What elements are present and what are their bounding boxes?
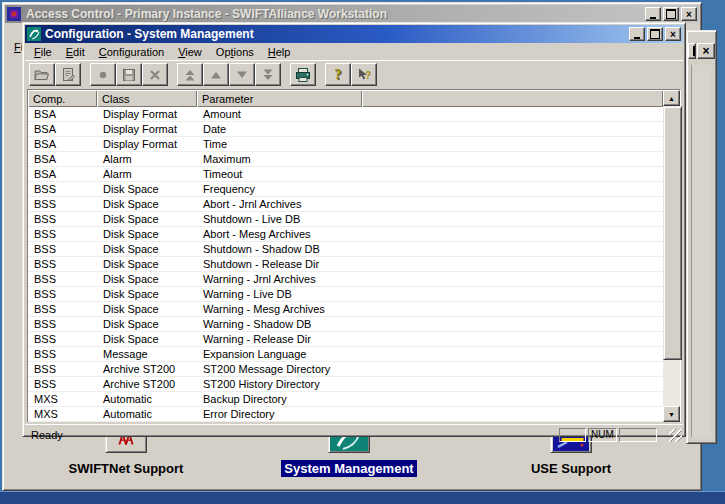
properties-icon bbox=[60, 67, 76, 83]
table-row[interactable]: BSSDisk SpaceWarning - Mesg Archives bbox=[28, 302, 663, 317]
table-row[interactable]: MXSAutomaticBackup Directory bbox=[28, 392, 663, 407]
table-header-row: Comp. Class Parameter bbox=[28, 90, 663, 107]
table-row[interactable]: BSSDisk SpaceWarning - Jrnl Archives bbox=[28, 272, 663, 287]
table-cell: Warning - Release Dir bbox=[197, 332, 362, 346]
table-cell: ST200 History Directory bbox=[197, 377, 362, 391]
table-row[interactable]: BSAAlarmMaximum bbox=[28, 152, 663, 167]
table-row[interactable]: BSADisplay FormatDate bbox=[28, 122, 663, 137]
table-row[interactable]: BSSArchive ST200ST200 Message Directory bbox=[28, 362, 663, 377]
move-up-button[interactable] bbox=[203, 63, 229, 86]
toolbar-group bbox=[29, 63, 81, 86]
table-cell-empty bbox=[362, 287, 663, 301]
configuration-titlebar[interactable]: Configuration - System Management × bbox=[25, 25, 683, 43]
table-cell: Time bbox=[197, 137, 362, 151]
delete-button[interactable] bbox=[142, 63, 168, 86]
bg-minimize-button[interactable] bbox=[645, 7, 661, 21]
side-window-body bbox=[691, 65, 711, 437]
move-bottom-button[interactable] bbox=[255, 63, 281, 86]
move-top-button[interactable] bbox=[177, 63, 203, 86]
menu-edit[interactable]: Edit bbox=[59, 45, 92, 59]
table-row[interactable]: BSSDisk SpaceFrequency bbox=[28, 182, 663, 197]
table-cell: BSS bbox=[28, 212, 97, 226]
table-cell-empty bbox=[362, 107, 663, 121]
table-row[interactable]: MXSAutomaticError Directory bbox=[28, 407, 663, 422]
column-header-comp[interactable]: Comp. bbox=[28, 90, 97, 107]
scroll-down-icon[interactable]: ▼ bbox=[663, 406, 680, 422]
bg-maximize-button[interactable] bbox=[663, 7, 679, 21]
move-down-icon bbox=[234, 67, 250, 83]
table-cell: Automatic bbox=[97, 392, 197, 406]
table-row[interactable]: BSSDisk SpaceWarning - Live DB bbox=[28, 287, 663, 302]
table-cell: Disk Space bbox=[97, 302, 197, 316]
table-row[interactable]: BSADisplay FormatTime bbox=[28, 137, 663, 152]
table-row[interactable]: BSSDisk SpaceShutdown - Live DB bbox=[28, 212, 663, 227]
table-cell-empty bbox=[362, 197, 663, 211]
menu-file[interactable]: File bbox=[27, 45, 59, 59]
table-cell: Abort - Mesg Archives bbox=[197, 227, 362, 241]
open-button[interactable] bbox=[29, 63, 55, 86]
table-cell: BSS bbox=[28, 332, 97, 346]
table-row[interactable]: BSAAlarmTimeout bbox=[28, 167, 663, 182]
table-cell-empty bbox=[362, 362, 663, 376]
vertical-scrollbar[interactable]: ▲ ▼ bbox=[663, 90, 680, 422]
side-close-button[interactable]: × bbox=[697, 43, 715, 59]
shortcut-label[interactable]: SWIFTNet Support bbox=[66, 460, 187, 477]
table-cell-empty bbox=[362, 152, 663, 166]
table-cell: BSS bbox=[28, 272, 97, 286]
table-row[interactable]: BSSArchive ST200ST200 History Directory bbox=[28, 377, 663, 392]
table-cell: Shutdown - Release Dir bbox=[197, 257, 362, 271]
scrollbar-thumb[interactable] bbox=[663, 106, 682, 360]
help-button[interactable]: ? bbox=[325, 63, 351, 86]
shortcut-label-selected[interactable]: System Management bbox=[281, 460, 416, 477]
table-cell-empty bbox=[362, 122, 663, 136]
access-control-titlebar[interactable]: Access Control - Primary Instance - SWIF… bbox=[5, 5, 699, 23]
menu-options[interactable]: Options bbox=[209, 45, 261, 59]
side-window[interactable]: × bbox=[686, 30, 717, 444]
table-cell: Frequency bbox=[197, 182, 362, 196]
table-row[interactable]: BSADisplay FormatAmount bbox=[28, 107, 663, 122]
properties-button[interactable] bbox=[55, 63, 81, 86]
table-row[interactable]: BSSDisk SpaceAbort - Mesg Archives bbox=[28, 227, 663, 242]
toolbar-group bbox=[290, 63, 316, 86]
table-cell-empty bbox=[362, 257, 663, 271]
move-down-button[interactable] bbox=[229, 63, 255, 86]
side-maximize-button-partial[interactable] bbox=[688, 43, 696, 59]
bg-close-button[interactable]: × bbox=[681, 7, 697, 21]
table-row[interactable]: BSSDisk SpaceAbort - Jrnl Archives bbox=[28, 197, 663, 212]
context-help-button[interactable]: ? bbox=[351, 63, 377, 86]
table-cell-empty bbox=[362, 392, 663, 406]
close-button[interactable]: × bbox=[665, 27, 681, 41]
table-cell: Archive ST200 bbox=[97, 377, 197, 391]
table-cell-empty bbox=[362, 227, 663, 241]
maximize-button[interactable] bbox=[647, 27, 663, 41]
save-button[interactable] bbox=[116, 63, 142, 86]
minimize-button[interactable] bbox=[629, 27, 645, 41]
column-header-class[interactable]: Class bbox=[97, 90, 197, 107]
table-cell: BSS bbox=[28, 362, 97, 376]
table-cell: Disk Space bbox=[97, 242, 197, 256]
table-row[interactable]: BSSDisk SpaceWarning - Release Dir bbox=[28, 332, 663, 347]
table-cell: BSS bbox=[28, 242, 97, 256]
table-cell: Display Format bbox=[97, 122, 197, 136]
table-cell-empty bbox=[362, 182, 663, 196]
table-row[interactable]: BSSMessageExpansion Language bbox=[28, 347, 663, 362]
shortcut-label[interactable]: USE Support bbox=[528, 460, 614, 477]
menu-view[interactable]: View bbox=[171, 45, 209, 59]
table-cell: Disk Space bbox=[97, 332, 197, 346]
column-header-empty[interactable] bbox=[362, 90, 663, 107]
column-header-parameter[interactable]: Parameter bbox=[197, 90, 362, 107]
record-button[interactable] bbox=[90, 63, 116, 86]
table-cell-empty bbox=[362, 242, 663, 256]
resize-grip[interactable] bbox=[669, 429, 682, 442]
print-icon bbox=[295, 67, 311, 83]
scroll-up-icon[interactable]: ▲ bbox=[663, 90, 680, 106]
table-row[interactable]: BSSDisk SpaceShutdown - Shadow DB bbox=[28, 242, 663, 257]
menu-configuration[interactable]: Configuration bbox=[92, 45, 171, 59]
table-row[interactable]: BSSDisk SpaceWarning - Shadow DB bbox=[28, 317, 663, 332]
menu-help[interactable]: Help bbox=[261, 45, 298, 59]
table-cell-empty bbox=[362, 347, 663, 361]
table-row[interactable]: BSSDisk SpaceShutdown - Release Dir bbox=[28, 257, 663, 272]
print-button[interactable] bbox=[290, 63, 316, 86]
configuration-window[interactable]: Configuration - System Management × File… bbox=[22, 22, 686, 437]
table-cell: Date bbox=[197, 122, 362, 136]
